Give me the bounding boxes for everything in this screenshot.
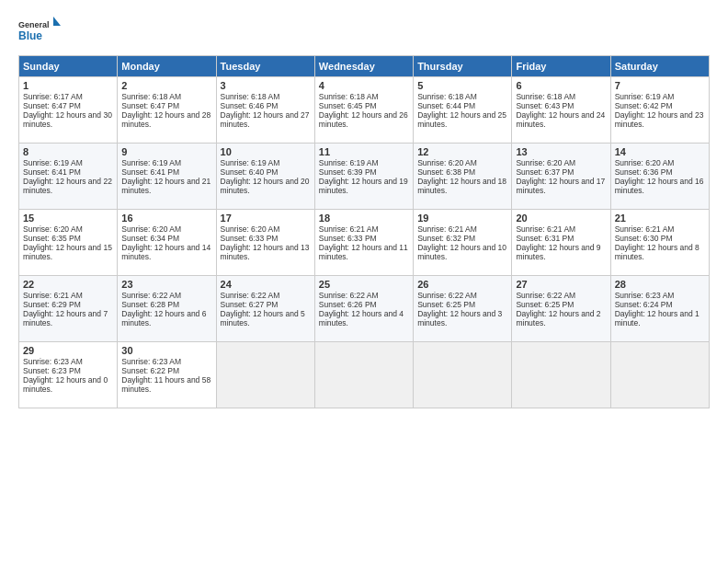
day-number: 19 [417,213,507,224]
sunrise: Sunrise: 6:19 AM [121,158,181,167]
calendar-cell: 25Sunrise: 6:22 AMSunset: 6:26 PMDayligh… [314,276,413,342]
sunset: Sunset: 6:28 PM [121,300,179,309]
calendar-week-row: 15Sunrise: 6:20 AMSunset: 6:35 PMDayligh… [19,210,710,276]
daylight: Daylight: 12 hours and 13 minutes. [221,243,310,261]
weekday-header: Thursday [414,56,512,77]
sunset: Sunset: 6:29 PM [23,300,81,309]
daylight: Daylight: 12 hours and 17 minutes. [516,177,605,195]
weekday-header: Wednesday [314,56,413,77]
sunrise: Sunrise: 6:18 AM [417,92,477,101]
sunset: Sunset: 6:40 PM [221,167,279,177]
sunset: Sunset: 6:43 PM [516,101,574,110]
sunrise: Sunrise: 6:17 AM [23,92,83,101]
sunset: Sunset: 6:33 PM [319,234,377,243]
calendar-week-row: 29Sunrise: 6:23 AMSunset: 6:23 PMDayligh… [19,342,710,408]
day-number: 18 [319,213,409,224]
sunrise: Sunrise: 6:20 AM [23,224,83,234]
daylight: Daylight: 12 hours and 22 minutes. [23,177,112,195]
sunset: Sunset: 6:30 PM [615,234,673,243]
calendar-cell: 16Sunrise: 6:20 AMSunset: 6:34 PMDayligh… [118,210,216,276]
sunrise: Sunrise: 6:21 AM [23,291,83,300]
day-number: 20 [516,213,606,224]
day-number: 7 [615,80,705,91]
day-number: 25 [319,279,409,290]
calendar-cell: 10Sunrise: 6:19 AMSunset: 6:40 PMDayligh… [216,144,314,210]
day-number: 22 [23,279,113,290]
day-number: 26 [417,279,507,290]
sunrise: Sunrise: 6:18 AM [319,92,379,101]
sunset: Sunset: 6:25 PM [417,300,475,309]
weekday-header: Monday [118,56,216,77]
daylight: Daylight: 12 hours and 0 minutes. [23,375,108,394]
sunrise: Sunrise: 6:22 AM [121,291,181,300]
daylight: Daylight: 12 hours and 19 minutes. [319,177,408,195]
calendar-cell: 22Sunrise: 6:21 AMSunset: 6:29 PMDayligh… [19,276,118,342]
sunrise: Sunrise: 6:20 AM [615,158,675,167]
calendar-cell: 27Sunrise: 6:22 AMSunset: 6:25 PMDayligh… [512,276,610,342]
sunrise: Sunrise: 6:20 AM [516,158,575,167]
daylight: Daylight: 12 hours and 7 minutes. [23,309,108,327]
day-number: 28 [615,279,705,290]
daylight: Daylight: 12 hours and 28 minutes. [121,110,210,129]
day-number: 17 [221,213,311,224]
day-number: 13 [516,146,606,157]
daylight: Daylight: 12 hours and 25 minutes. [417,110,506,129]
sunset: Sunset: 6:27 PM [221,300,279,309]
calendar-cell: 17Sunrise: 6:20 AMSunset: 6:33 PMDayligh… [216,210,314,276]
calendar-cell: 12Sunrise: 6:20 AMSunset: 6:38 PMDayligh… [414,144,512,210]
daylight: Daylight: 12 hours and 6 minutes. [121,309,206,327]
calendar-cell [414,342,512,408]
sunrise: Sunrise: 6:20 AM [221,224,280,234]
calendar-cell: 18Sunrise: 6:21 AMSunset: 6:33 PMDayligh… [314,210,413,276]
daylight: Daylight: 12 hours and 9 minutes. [516,243,600,261]
weekday-header: Saturday [610,56,709,77]
calendar-cell: 29Sunrise: 6:23 AMSunset: 6:23 PMDayligh… [19,342,118,408]
calendar-cell [314,342,413,408]
sunrise: Sunrise: 6:19 AM [615,92,675,101]
day-number: 5 [417,80,507,91]
weekday-header: Sunday [19,56,118,77]
day-number: 21 [615,213,705,224]
svg-text:General: General [18,20,50,29]
daylight: Daylight: 12 hours and 5 minutes. [221,309,305,327]
sunset: Sunset: 6:22 PM [121,366,179,375]
calendar-week-row: 8Sunrise: 6:19 AMSunset: 6:41 PMDaylight… [19,144,710,210]
sunrise: Sunrise: 6:23 AM [121,357,181,366]
day-number: 3 [221,80,311,91]
sunset: Sunset: 6:46 PM [221,101,279,110]
day-number: 11 [319,146,409,157]
calendar-week-row: 22Sunrise: 6:21 AMSunset: 6:29 PMDayligh… [19,276,710,342]
calendar-cell: 1Sunrise: 6:17 AMSunset: 6:47 PMDaylight… [19,77,118,144]
sunrise: Sunrise: 6:20 AM [121,224,181,234]
sunrise: Sunrise: 6:21 AM [417,224,477,234]
sunrise: Sunrise: 6:21 AM [516,224,575,234]
sunrise: Sunrise: 6:22 AM [221,291,280,300]
day-number: 24 [221,279,311,290]
sunrise: Sunrise: 6:19 AM [221,158,280,167]
daylight: Daylight: 12 hours and 24 minutes. [516,110,605,129]
daylight: Daylight: 12 hours and 10 minutes. [417,243,506,261]
calendar-cell: 8Sunrise: 6:19 AMSunset: 6:41 PMDaylight… [19,144,118,210]
day-number: 2 [121,80,211,91]
sunrise: Sunrise: 6:19 AM [319,158,379,167]
daylight: Daylight: 12 hours and 3 minutes. [417,309,502,327]
calendar-cell: 19Sunrise: 6:21 AMSunset: 6:32 PMDayligh… [414,210,512,276]
calendar-cell: 24Sunrise: 6:22 AMSunset: 6:27 PMDayligh… [216,276,314,342]
daylight: Daylight: 12 hours and 8 minutes. [615,243,700,261]
sunset: Sunset: 6:33 PM [221,234,279,243]
calendar-cell: 11Sunrise: 6:19 AMSunset: 6:39 PMDayligh… [314,144,413,210]
sunset: Sunset: 6:38 PM [417,167,475,177]
calendar-cell: 26Sunrise: 6:22 AMSunset: 6:25 PMDayligh… [414,276,512,342]
sunset: Sunset: 6:31 PM [516,234,574,243]
day-number: 29 [23,345,113,356]
sunset: Sunset: 6:37 PM [516,167,574,177]
daylight: Daylight: 11 hours and 58 minutes. [121,375,210,394]
calendar-cell: 3Sunrise: 6:18 AMSunset: 6:46 PMDaylight… [216,77,314,144]
sunset: Sunset: 6:41 PM [121,167,179,177]
sunrise: Sunrise: 6:18 AM [516,92,575,101]
calendar-cell [216,342,314,408]
calendar-table: SundayMondayTuesdayWednesdayThursdayFrid… [18,55,710,408]
weekday-header-row: SundayMondayTuesdayWednesdayThursdayFrid… [19,56,710,77]
day-number: 12 [417,146,507,157]
sunset: Sunset: 6:24 PM [615,300,673,309]
